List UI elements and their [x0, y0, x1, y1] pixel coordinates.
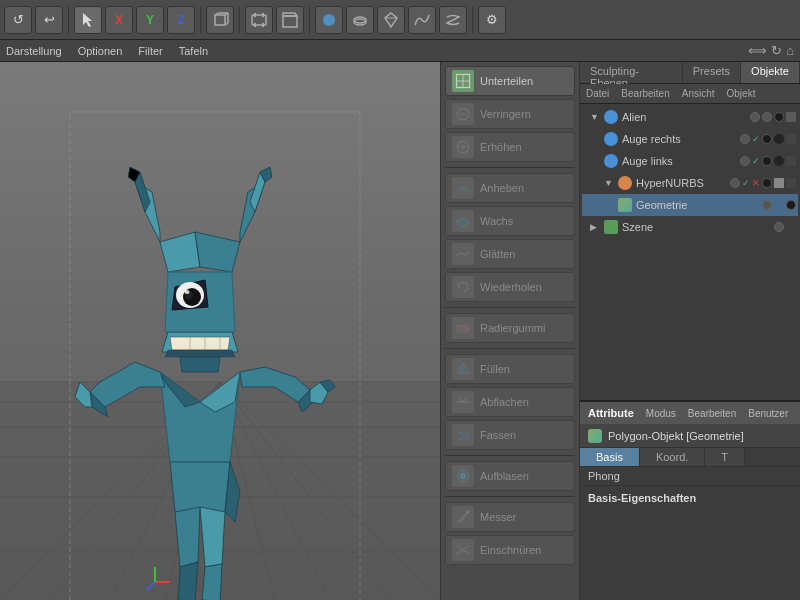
y-axis-icon[interactable]: Y: [136, 6, 164, 34]
tool-sep-3: [445, 348, 575, 349]
settings-icon[interactable]: ⚙: [478, 6, 506, 34]
cube-icon[interactable]: [206, 6, 234, 34]
tree-mat-hypernurbs[interactable]: [774, 178, 784, 188]
tree-vis-auge-rechts[interactable]: [740, 134, 750, 144]
submenu-objekt[interactable]: Objekt: [727, 88, 756, 99]
tool-wiederholen[interactable]: Wiederholen: [445, 272, 575, 302]
undo-icon[interactable]: ↺: [4, 6, 32, 34]
tool-fullen[interactable]: Füllen: [445, 354, 575, 384]
deformer-icon[interactable]: [439, 6, 467, 34]
tree-vis-szene[interactable]: [774, 222, 784, 232]
tree-lock-hypernurbs[interactable]: [762, 178, 772, 188]
basis-tab-t[interactable]: T: [705, 448, 745, 466]
menu-tafeln[interactable]: Tafeln: [179, 45, 208, 57]
tree-item-geometrie[interactable]: Geometrie: [582, 194, 798, 216]
x-axis-icon[interactable]: X: [105, 6, 133, 34]
svg-marker-71: [170, 337, 230, 350]
basis-tab-basis[interactable]: Basis: [580, 448, 640, 466]
menu-darstellung[interactable]: Darstellung: [6, 45, 62, 57]
tool-abflachen[interactable]: Abflachen: [445, 387, 575, 417]
attribute-bearbeiten[interactable]: Bearbeiten: [688, 408, 736, 419]
menu-home-icon[interactable]: ⌂: [786, 43, 794, 58]
sphere-icon[interactable]: [315, 6, 343, 34]
torus-icon[interactable]: [346, 6, 374, 34]
tree-mat-circle-2[interactable]: [774, 156, 784, 166]
tree-item-szene[interactable]: ▶ Szene: [582, 216, 798, 238]
tree-vis-geometrie[interactable]: [762, 200, 772, 210]
tool-erhohen[interactable]: Erhöhen: [445, 132, 575, 162]
menu-refresh-icon[interactable]: ↻: [771, 43, 782, 58]
tool-wachs[interactable]: Wachs: [445, 206, 575, 236]
tree-check-auge-rechts: ✓: [752, 134, 760, 144]
nurbs-icon[interactable]: [408, 6, 436, 34]
tool-aufblasen[interactable]: Aufblasen: [445, 461, 575, 491]
attribute-header: Attribute Modus Bearbeiten Benutzer: [580, 402, 800, 424]
tree-icon-auge-rechts: [604, 132, 618, 146]
tool-einschnuren[interactable]: Einschnüren: [445, 535, 575, 565]
submenu-ansicht[interactable]: Ansicht: [682, 88, 715, 99]
basis-tab-koord[interactable]: Koord.: [640, 448, 705, 466]
menu-arrows-icon[interactable]: ⟺: [748, 43, 767, 58]
tree-mat-2[interactable]: [786, 156, 796, 166]
tree-mat-circle-1[interactable]: [774, 134, 784, 144]
tree-item-alien[interactable]: ▼ Alien: [582, 106, 798, 128]
tree-item-hypernurbs[interactable]: ▼ HyperNURBS ✓ ✕: [582, 172, 798, 194]
tree-vis-hypernurbs[interactable]: [730, 178, 740, 188]
submenu-bearbeiten[interactable]: Bearbeiten: [621, 88, 669, 99]
tree-vis-alien[interactable]: [750, 112, 760, 122]
tool-unterteilen[interactable]: Unterteilen: [445, 66, 575, 96]
z-axis-icon[interactable]: Z: [167, 6, 195, 34]
select-icon[interactable]: [74, 6, 102, 34]
clapboard-icon[interactable]: [276, 6, 304, 34]
toolbar-sep-4: [309, 6, 310, 34]
tool-radiergummi[interactable]: Radiergummi: [445, 313, 575, 343]
tool-messer[interactable]: Messer: [445, 502, 575, 532]
tree-check-hypernurbs: ✓: [742, 178, 750, 188]
tool-fassen[interactable]: Fassen: [445, 420, 575, 450]
tree-mat-2-hypernurbs[interactable]: [786, 178, 796, 188]
tree-item-auge-links[interactable]: Auge links ✓: [582, 150, 798, 172]
tree-controls-alien: [750, 112, 796, 122]
right-panel: Sculpting-Ebenen Presets Objekte Datei B…: [580, 62, 800, 600]
film-icon[interactable]: [245, 6, 273, 34]
tree-lock-geometrie[interactable]: [786, 200, 796, 210]
tab-sculpting-ebenen[interactable]: Sculpting-Ebenen: [580, 62, 683, 83]
menu-optionen[interactable]: Optionen: [78, 45, 123, 57]
basis-props: Basis-Eigenschaften: [580, 486, 800, 514]
tree-lock-auge-links[interactable]: [762, 156, 772, 166]
tree-render-alien[interactable]: [762, 112, 772, 122]
tree-vis-auge-links[interactable]: [740, 156, 750, 166]
svg-point-12: [323, 14, 335, 26]
aufblasen-icon: [452, 465, 474, 487]
tab-presets[interactable]: Presets: [683, 62, 741, 83]
submenu-datei[interactable]: Datei: [586, 88, 609, 99]
redo-icon[interactable]: ↩: [35, 6, 63, 34]
unterteilen-icon: [452, 70, 474, 92]
tree-controls-auge-rechts: ✓: [740, 134, 796, 144]
tree-mat-alien[interactable]: [786, 112, 796, 122]
tree-spacer-szene: [786, 222, 796, 232]
svg-marker-55: [180, 357, 220, 372]
tree-lock-alien[interactable]: [774, 112, 784, 122]
tool-verringern[interactable]: Verringern: [445, 99, 575, 129]
svg-marker-40: [170, 462, 230, 512]
gem-icon[interactable]: [377, 6, 405, 34]
tab-objekte[interactable]: Objekte: [741, 62, 800, 83]
viewport-3d[interactable]: [0, 62, 440, 600]
right-sub-menu: Datei Bearbeiten Ansicht Objekt: [580, 84, 800, 104]
svg-point-90: [457, 219, 468, 227]
fullen-icon: [452, 358, 474, 380]
radiergummi-icon: [452, 317, 474, 339]
tree-mat-1[interactable]: [786, 134, 796, 144]
tool-glatten[interactable]: Glätten: [445, 239, 575, 269]
tools-panel: Unterteilen Verringern Erhöhen Anheben: [440, 62, 580, 600]
tool-anheben[interactable]: Anheben: [445, 173, 575, 203]
menu-filter[interactable]: Filter: [138, 45, 162, 57]
svg-rect-10: [262, 23, 264, 27]
attribute-benutzer[interactable]: Benutzer: [748, 408, 788, 419]
right-top-tabs: Sculpting-Ebenen Presets Objekte: [580, 62, 800, 84]
attribute-modus[interactable]: Modus: [646, 408, 676, 419]
tree-lock-auge-rechts[interactable]: [762, 134, 772, 144]
tree-controls-hypernurbs: ✓ ✕: [730, 178, 796, 188]
tree-item-auge-rechts[interactable]: Auge rechts ✓: [582, 128, 798, 150]
